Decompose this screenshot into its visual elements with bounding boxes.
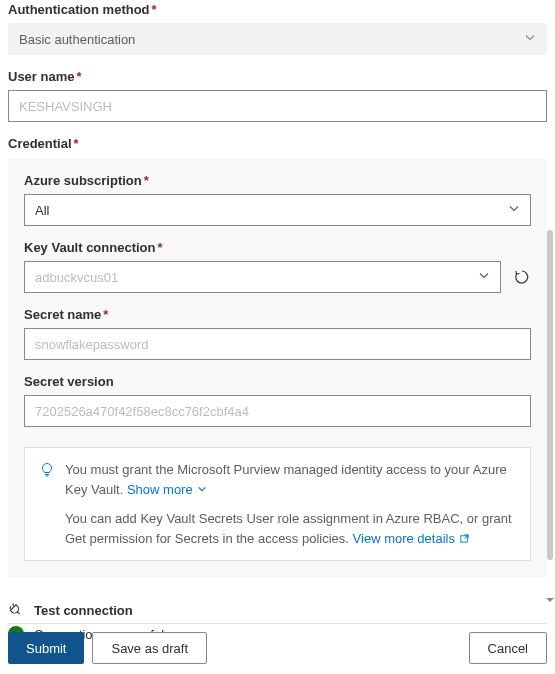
test-connection-title: Test connection xyxy=(8,601,547,620)
credential-label: Credential* xyxy=(8,136,547,151)
chevron-down-icon xyxy=(478,270,490,285)
chevron-down-icon xyxy=(197,484,207,494)
scroll-down-icon[interactable] xyxy=(545,593,555,608)
username-label: User name* xyxy=(8,69,547,84)
keyvault-placeholder: adbuckvcus01 xyxy=(35,270,118,285)
chevron-down-icon xyxy=(524,32,536,47)
secretname-label: Secret name* xyxy=(24,307,531,322)
keyvault-dropdown[interactable]: adbuckvcus01 xyxy=(24,261,501,293)
view-more-details-link[interactable]: View more details xyxy=(353,529,470,549)
submit-button[interactable]: Submit xyxy=(8,632,84,664)
auth-method-value: Basic authentication xyxy=(19,32,135,47)
keyvault-label: Key Vault connection* xyxy=(24,240,531,255)
chevron-down-icon xyxy=(508,203,520,218)
subscription-dropdown[interactable]: All xyxy=(24,194,531,226)
secretversion-input[interactable] xyxy=(24,395,531,427)
save-draft-button[interactable]: Save as draft xyxy=(92,632,207,664)
footer: Submit Save as draft Cancel xyxy=(8,632,547,664)
info-box: You must grant the Microsoft Purview man… xyxy=(24,447,531,561)
plug-icon xyxy=(8,601,24,620)
refresh-button[interactable] xyxy=(513,268,531,286)
external-link-icon xyxy=(459,533,470,544)
auth-method-dropdown[interactable]: Basic authentication xyxy=(8,23,547,55)
secretversion-label: Secret version xyxy=(24,374,531,389)
cancel-button[interactable]: Cancel xyxy=(469,632,547,664)
auth-method-label: Authentication method* xyxy=(8,2,547,17)
username-input[interactable] xyxy=(8,90,547,122)
refresh-icon xyxy=(514,269,530,285)
footer-separator xyxy=(8,623,547,624)
info-text-1: You must grant the Microsoft Purview man… xyxy=(65,460,516,499)
scrollbar-thumb[interactable] xyxy=(547,230,553,560)
credential-section: Azure subscription* All Key Vault connec… xyxy=(8,159,547,577)
lightbulb-icon xyxy=(39,462,55,499)
info-text-2: You can add Key Vault Secrets User role … xyxy=(65,509,516,548)
subscription-label: Azure subscription* xyxy=(24,173,531,188)
subscription-value: All xyxy=(35,203,49,218)
show-more-link[interactable]: Show more xyxy=(127,480,207,500)
secretname-input[interactable] xyxy=(24,328,531,360)
